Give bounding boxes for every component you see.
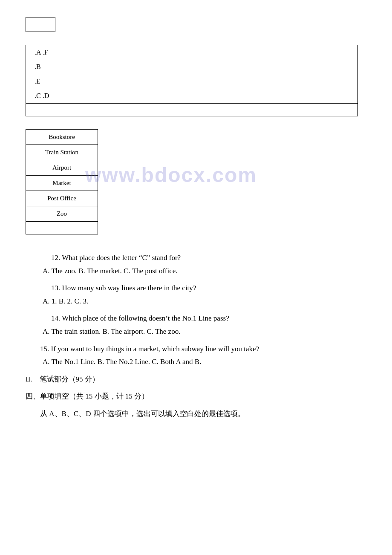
map-section: BookstoreTrain StationAirportMarketPost … — [26, 129, 366, 234]
watermark: www.bdocx.com — [85, 163, 257, 187]
q13-body: How many sub way lines are there in the … — [62, 284, 196, 292]
q13-options: A. 1. B. 2. C. 3. — [43, 295, 366, 308]
question-15: 15. If you want to buy things in a marke… — [26, 343, 366, 369]
location-item-5: Zoo — [26, 206, 98, 222]
top-box — [26, 17, 55, 32]
instruction: 从 A、B、C、D 四个选项中，选出可以填入空白处的最佳选项。 — [40, 410, 245, 418]
q14-number: 14. — [51, 314, 62, 322]
location-item-0: Bookstore — [26, 130, 98, 145]
section4-title: 四、单项填空（共 15 小题，计 15 分） — [26, 392, 149, 400]
location-item-3: Market — [26, 176, 98, 191]
section2-title: 笔试部分（95 分） — [40, 375, 99, 383]
answer-row-1: .A .F — [26, 45, 357, 60]
answer-row-4: .C .D — [26, 89, 357, 103]
q15-options: A. The No.1 Line. B. The No.2 Line. C. B… — [43, 356, 366, 369]
location-item-2: Airport — [26, 160, 98, 176]
section2-header: II. 笔试部分（95 分） — [26, 373, 366, 386]
question-13: 13. How many sub way lines are there in … — [26, 282, 366, 308]
question-15-text: 15. If you want to buy things in a marke… — [26, 343, 366, 356]
answer-row-3: .E — [26, 74, 357, 89]
answer-options-box: .A .F .B .E .C .D — [26, 45, 358, 116]
q14-body: Which place of the following doesn’t the… — [62, 314, 229, 322]
location-table: BookstoreTrain StationAirportMarketPost … — [26, 129, 98, 234]
section2-label: II. — [26, 375, 32, 383]
q13-number: 13. — [51, 284, 62, 292]
q12-number: 12. — [51, 254, 62, 262]
question-13-text: 13. How many sub way lines are there in … — [51, 282, 366, 295]
question-12: 12. What place does the letter “C” stand… — [26, 251, 366, 278]
instruction-text: 从 A、B、C、D 四个选项中，选出可以填入空白处的最佳选项。 — [26, 408, 366, 421]
questions-section: 12. What place does the letter “C” stand… — [26, 251, 366, 421]
section4-header: 四、单项填空（共 15 小题，计 15 分） — [26, 390, 366, 403]
location-item-4: Post Office — [26, 191, 98, 206]
answer-row-empty — [26, 103, 357, 116]
answer-row-2: .B — [26, 60, 357, 74]
q12-options: A. The zoo. B. The market. C. The post o… — [43, 265, 366, 278]
q12-body: What place does the letter “C” stand for… — [62, 254, 181, 262]
location-item-1: Train Station — [26, 145, 98, 160]
q15-body: If you want to buy things in a market, w… — [51, 345, 259, 353]
q14-options: A. The train station. B. The airport. C.… — [43, 325, 366, 338]
question-12-text: 12. What place does the letter “C” stand… — [51, 251, 366, 265]
q15-number: 15. — [40, 345, 51, 353]
question-14-text: 14. Which place of the following doesn’t… — [51, 312, 366, 325]
question-14: 14. Which place of the following doesn’t… — [26, 312, 366, 338]
location-item-6 — [26, 222, 98, 234]
